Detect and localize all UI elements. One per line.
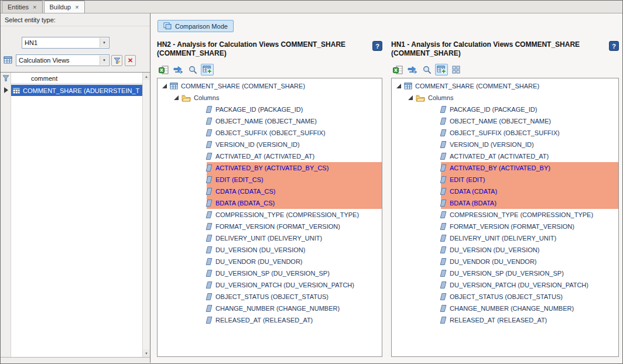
- tree-item-row[interactable]: DU_VENDOR (DU_VENDOR): [392, 256, 618, 267]
- help-icon: ?: [375, 43, 379, 50]
- column-label: COMPRESSION_TYPE (COMPRESSION_TYPE): [215, 211, 359, 218]
- column-icon: [206, 164, 213, 171]
- column-label: EDIT (EDIT_CS): [215, 176, 263, 183]
- column-label: PACKAGE_ID (PACKAGE_ID): [450, 106, 537, 113]
- tree-item-row[interactable]: VERSION_ID (VERSION_ID): [392, 139, 618, 150]
- column-label: OBJECT_NAME (OBJECT_NAME): [215, 118, 317, 125]
- system-select-value: HN1: [25, 39, 37, 46]
- comment-column-header-label: comment: [31, 75, 57, 82]
- zoom-icon[interactable]: [420, 64, 433, 75]
- zoom-icon[interactable]: [186, 64, 199, 75]
- tree-item-row[interactable]: CDATA (CDATA): [392, 186, 618, 197]
- add-view-icon[interactable]: [435, 64, 448, 75]
- chevron-down-icon[interactable]: ▼: [100, 56, 108, 65]
- tree-item-row[interactable]: COMPRESSION_TYPE (COMPRESSION_TYPE): [392, 209, 618, 221]
- selected-entity-row[interactable]: COMMENT_SHARE (ADUERRSTEIN_T: [11, 85, 142, 96]
- tree-item-row[interactable]: DU_VERSION (DU_VERSION): [392, 244, 618, 256]
- tree-item-row[interactable]: RELEASED_AT (RELEASED_AT): [392, 314, 618, 326]
- tree-item-row[interactable]: PACKAGE_ID (PACKAGE_ID): [158, 104, 382, 115]
- grid-view-icon[interactable]: [450, 64, 463, 75]
- vertical-scrollbar[interactable]: ▲ ▼: [142, 73, 150, 357]
- tree-item-row[interactable]: PACKAGE_ID (PACKAGE_ID): [392, 104, 618, 115]
- tree-item-row[interactable]: CHANGE_NUMBER (CHANGE_NUMBER): [158, 303, 382, 314]
- clear-filter-button[interactable]: ✕: [125, 55, 136, 66]
- scroll-down-icon[interactable]: ▼: [143, 349, 150, 357]
- entity-type-label: Select entity type:: [5, 16, 56, 23]
- column-label: VERSION_ID (VERSION_ID): [215, 141, 300, 148]
- tree-item-row[interactable]: DU_VERSION_SP (DU_VERSION_SP): [158, 267, 382, 279]
- panel-toolbar: [157, 63, 382, 76]
- export-excel-icon[interactable]: [157, 64, 170, 75]
- tree-item-row[interactable]: ACTIVATED_BY (ACTIVATED_BY_CS): [158, 162, 382, 174]
- tree-item-row[interactable]: OBJECT_STATUS (OBJECT_STATUS): [392, 291, 618, 303]
- expander-icon[interactable]: [162, 84, 167, 88]
- column-icon: [440, 188, 447, 195]
- tree-item-row[interactable]: DU_VERSION_PATCH (DU_VERSION_PATCH): [392, 279, 618, 291]
- expander-icon[interactable]: [396, 84, 401, 88]
- comparison-mode-button[interactable]: Comparison Mode: [158, 20, 234, 32]
- expander-icon[interactable]: [408, 95, 413, 100]
- column-icon: [206, 211, 213, 218]
- tree-item-row[interactable]: FORMAT_VERSION (FORMAT_VERSION): [158, 221, 382, 232]
- tree-item-row[interactable]: EDIT (EDIT): [392, 174, 618, 186]
- tree-item-row[interactable]: EDIT (EDIT_CS): [158, 174, 382, 186]
- tree-item-row[interactable]: DU_VERSION_SP (DU_VERSION_SP): [392, 267, 618, 279]
- tree-item-row[interactable]: BDATA (BDATA): [392, 197, 618, 209]
- tree-item-row[interactable]: CDATA (CDATA_CS): [158, 186, 382, 197]
- tree-item-row[interactable]: ACTIVATED_AT (ACTIVATED_AT): [392, 150, 618, 162]
- column-label: DU_VERSION_SP (DU_VERSION_SP): [215, 270, 330, 277]
- tree-item-row[interactable]: OBJECT_NAME (OBJECT_NAME): [158, 115, 382, 127]
- column-icon: [440, 106, 447, 113]
- chevron-down-icon[interactable]: ▼: [100, 38, 108, 47]
- column-label: FORMAT_VERSION (FORMAT_VERSION): [450, 223, 574, 230]
- add-view-icon[interactable]: [201, 64, 214, 75]
- close-icon[interactable]: ×: [75, 4, 78, 11]
- tree-item-row[interactable]: DU_VENDOR (DU_VENDOR): [158, 256, 382, 267]
- expander-icon[interactable]: [174, 95, 179, 100]
- tree-item-row[interactable]: DU_VERSION_PATCH (DU_VERSION_PATCH): [158, 279, 382, 291]
- tree-folder-row[interactable]: Columns: [158, 92, 382, 104]
- tree-item-row[interactable]: OBJECT_SUFFIX (OBJECT_SUFFIX): [392, 127, 618, 139]
- tree-root-row[interactable]: COMMENT_SHARE (COMMENT_SHARE): [392, 80, 618, 92]
- tree-item-row[interactable]: DU_VERSION (DU_VERSION): [158, 244, 382, 256]
- help-icon: ?: [612, 43, 616, 50]
- tree-item-row[interactable]: CHANGE_NUMBER (CHANGE_NUMBER): [392, 303, 618, 314]
- system-select[interactable]: HN1 ▼: [22, 37, 109, 49]
- tree-item-row[interactable]: RELEASED_AT (RELEASED_AT): [158, 314, 382, 326]
- filter-row-icon[interactable]: [2, 75, 9, 82]
- tree-item-row[interactable]: ACTIVATED_AT (ACTIVATED_AT): [158, 150, 382, 162]
- column-label: VERSION_ID (VERSION_ID): [450, 141, 534, 148]
- transfer-icon[interactable]: [406, 64, 419, 75]
- tree-folder-label: Columns: [428, 94, 453, 101]
- column-icon: [440, 246, 447, 253]
- column-icon: [440, 129, 447, 136]
- tree-item-row[interactable]: VERSION_ID (VERSION_ID): [158, 139, 382, 150]
- help-button[interactable]: ?: [372, 41, 382, 51]
- tree-item-row[interactable]: OBJECT_STATUS (OBJECT_STATUS): [158, 291, 382, 303]
- tree-item-row[interactable]: FORMAT_VERSION (FORMAT_VERSION): [392, 221, 618, 232]
- column-icon: [206, 258, 213, 265]
- tree-item-row[interactable]: OBJECT_NAME (OBJECT_NAME): [392, 115, 618, 127]
- filter-button[interactable]: [111, 55, 122, 66]
- entity-type-select[interactable]: Calculation Views ▼: [16, 54, 109, 66]
- tree-item-row[interactable]: ACTIVATED_BY (ACTIVATED_BY): [392, 162, 618, 174]
- tree-item-row[interactable]: BDATA (BDATA_CS): [158, 197, 382, 209]
- scroll-up-icon[interactable]: ▲: [143, 73, 150, 80]
- tree-root-row[interactable]: COMMENT_SHARE (COMMENT_SHARE): [158, 80, 382, 92]
- help-button[interactable]: ?: [609, 41, 619, 51]
- tree-item-row[interactable]: DELIVERY_UNIT (DELIVERY_UNIT): [158, 232, 382, 244]
- tab-buildup[interactable]: Buildup ×: [44, 1, 85, 13]
- export-excel-icon[interactable]: [391, 64, 404, 75]
- tab-entities[interactable]: Entities ×: [2, 1, 43, 13]
- comment-column-header[interactable]: comment: [11, 73, 142, 84]
- tree-item-row[interactable]: OBJECT_SUFFIX (OBJECT_SUFFIX): [158, 127, 382, 139]
- column-label: OBJECT_SUFFIX (OBJECT_SUFFIX): [450, 129, 560, 136]
- column-label: CDATA (CDATA): [450, 188, 497, 195]
- tree-items: PACKAGE_ID (PACKAGE_ID) OBJECT_NAME (OBJ…: [158, 104, 382, 326]
- tree-item-row[interactable]: DELIVERY_UNIT (DELIVERY_UNIT): [392, 232, 618, 244]
- transfer-icon[interactable]: [172, 64, 184, 75]
- close-icon[interactable]: ×: [33, 4, 36, 11]
- tree-item-row[interactable]: COMPRESSION_TYPE (COMPRESSION_TYPE): [158, 209, 382, 221]
- tree-folder-row[interactable]: Columns: [392, 92, 618, 104]
- entity-list-table: comment COMMENT_SHARE (ADUERRSTEIN_T ▲ ▼: [1, 72, 150, 358]
